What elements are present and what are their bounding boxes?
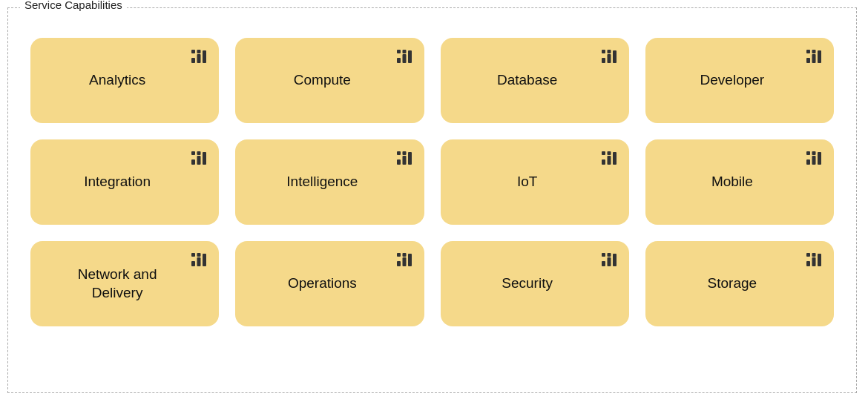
svg-rect-36 xyxy=(812,156,816,165)
svg-rect-20 xyxy=(191,159,195,165)
svg-rect-6 xyxy=(402,54,406,63)
svg-rect-33 xyxy=(602,151,605,155)
svg-rect-32 xyxy=(613,152,617,165)
card-iot[interactable]: IoT xyxy=(441,139,629,225)
card-database[interactable]: Database xyxy=(441,38,629,123)
svg-rect-48 xyxy=(397,253,401,257)
svg-rect-35 xyxy=(806,159,810,165)
service-capabilities-panel: Service Capabilities Analytics Compute D… xyxy=(7,7,857,393)
card-label-operations: Operations xyxy=(280,274,379,293)
svg-rect-29 xyxy=(402,151,406,155)
svg-rect-31 xyxy=(607,156,611,165)
svg-rect-21 xyxy=(197,156,201,165)
chart-icon-storage xyxy=(806,251,822,270)
svg-rect-24 xyxy=(197,151,201,155)
svg-rect-43 xyxy=(191,253,195,257)
chart-icon-operations xyxy=(396,251,412,270)
card-label-network-and-delivery: Network andDelivery xyxy=(70,266,180,302)
svg-rect-9 xyxy=(402,50,406,53)
svg-rect-26 xyxy=(402,156,406,165)
svg-rect-25 xyxy=(397,159,401,165)
card-label-integration: Integration xyxy=(76,173,173,191)
svg-rect-18 xyxy=(806,50,810,53)
svg-rect-27 xyxy=(408,152,412,165)
svg-rect-37 xyxy=(818,152,821,165)
card-label-mobile: Mobile xyxy=(704,173,775,191)
svg-rect-28 xyxy=(397,151,401,155)
svg-rect-17 xyxy=(818,50,821,63)
panel-title: Service Capabilities xyxy=(20,0,127,11)
chart-icon-compute xyxy=(396,48,412,67)
svg-rect-0 xyxy=(191,58,195,63)
svg-rect-8 xyxy=(397,50,401,53)
svg-rect-49 xyxy=(402,253,406,257)
chart-icon-mobile xyxy=(806,150,822,168)
card-compute[interactable]: Compute xyxy=(235,38,424,123)
svg-rect-45 xyxy=(397,261,401,266)
chart-icon-intelligence xyxy=(396,150,412,168)
card-security[interactable]: Security xyxy=(441,241,629,326)
svg-rect-2 xyxy=(203,50,206,63)
svg-rect-19 xyxy=(812,50,816,53)
svg-rect-57 xyxy=(818,254,821,266)
svg-rect-38 xyxy=(806,151,810,155)
card-label-compute: Compute xyxy=(286,71,373,90)
chart-icon-analytics xyxy=(191,48,207,67)
svg-rect-3 xyxy=(191,50,195,53)
card-label-database: Database xyxy=(490,71,579,90)
svg-rect-10 xyxy=(602,58,605,63)
svg-rect-59 xyxy=(812,253,816,257)
svg-rect-46 xyxy=(402,257,406,266)
svg-rect-41 xyxy=(197,257,201,266)
svg-rect-30 xyxy=(602,159,605,165)
svg-rect-11 xyxy=(607,54,611,63)
svg-rect-4 xyxy=(197,50,201,53)
card-storage[interactable]: Storage xyxy=(645,241,834,326)
card-label-analytics: Analytics xyxy=(82,71,168,90)
svg-rect-15 xyxy=(806,58,810,63)
svg-rect-7 xyxy=(408,50,412,63)
card-operations[interactable]: Operations xyxy=(235,241,424,326)
svg-rect-40 xyxy=(191,261,195,266)
svg-rect-58 xyxy=(806,253,810,257)
svg-rect-52 xyxy=(613,254,617,266)
svg-rect-44 xyxy=(197,253,201,257)
svg-rect-54 xyxy=(607,253,611,257)
card-label-storage: Storage xyxy=(700,274,780,293)
svg-rect-22 xyxy=(203,152,206,165)
chart-icon-database xyxy=(601,48,617,67)
chart-icon-security xyxy=(601,251,617,270)
card-developer[interactable]: Developer xyxy=(645,38,834,123)
card-label-security: Security xyxy=(494,274,575,293)
svg-rect-50 xyxy=(602,261,605,266)
svg-rect-47 xyxy=(408,254,412,266)
svg-rect-42 xyxy=(203,254,206,266)
chart-icon-developer xyxy=(806,48,822,67)
svg-rect-39 xyxy=(812,151,816,155)
svg-rect-53 xyxy=(602,253,605,257)
card-network-and-delivery[interactable]: Network andDelivery xyxy=(30,241,219,326)
svg-rect-51 xyxy=(607,257,611,266)
chart-icon-network-and-delivery xyxy=(191,251,207,270)
svg-rect-23 xyxy=(191,151,195,155)
card-integration[interactable]: Integration xyxy=(30,139,219,225)
svg-rect-14 xyxy=(607,50,611,53)
card-mobile[interactable]: Mobile xyxy=(645,139,834,225)
svg-rect-16 xyxy=(812,54,816,63)
card-analytics[interactable]: Analytics xyxy=(30,38,219,123)
card-label-iot: IoT xyxy=(510,173,559,191)
chart-icon-iot xyxy=(601,150,617,168)
cards-grid: Analytics Compute Database Developer Int… xyxy=(30,38,834,326)
chart-icon-integration xyxy=(191,150,207,168)
card-label-intelligence: Intelligence xyxy=(279,173,380,191)
svg-rect-56 xyxy=(812,257,816,266)
svg-rect-5 xyxy=(397,58,401,63)
svg-rect-13 xyxy=(602,50,605,53)
card-intelligence[interactable]: Intelligence xyxy=(235,139,424,225)
svg-rect-34 xyxy=(607,151,611,155)
svg-rect-1 xyxy=(197,54,201,63)
outer-container: Service Capabilities Analytics Compute D… xyxy=(0,0,868,405)
svg-rect-55 xyxy=(806,261,810,266)
card-label-developer: Developer xyxy=(693,71,787,90)
svg-rect-12 xyxy=(613,50,617,63)
